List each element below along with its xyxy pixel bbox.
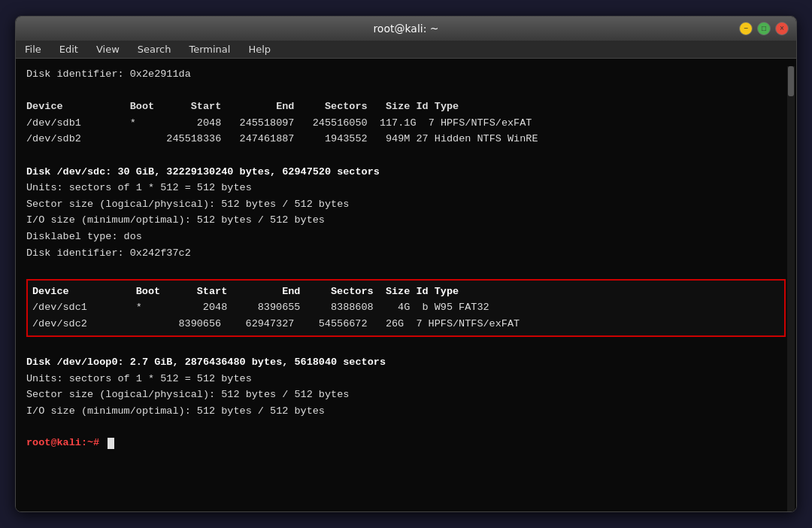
sector-sdc: Sector size (logical/physical): 512 byte… — [26, 196, 786, 213]
sdb1-row: /dev/sdb1 * 2048 245518097 245516050 117… — [26, 115, 786, 132]
blank-2 — [26, 147, 786, 164]
window-controls: − □ × — [739, 22, 789, 35]
menu-edit[interactable]: Edit — [56, 43, 81, 56]
title-bar: root@kali: ~ − □ × — [16, 17, 796, 41]
blank-1 — [26, 83, 786, 99]
maximize-button[interactable]: □ — [757, 22, 771, 35]
col-header-sdb: Device Boot Start End Sectors Size Id Ty… — [26, 99, 786, 115]
disk-sdc-header: Disk /dev/sdc: 30 GiB, 32229130240 bytes… — [26, 164, 786, 181]
col-header-sdc: Device Boot Start End Sectors Size Id Ty… — [32, 284, 780, 300]
sdb2-row: /dev/sdb2 245518336 247461887 1943552 94… — [26, 131, 786, 147]
sector-loop0: Sector size (logical/physical): 512 byte… — [26, 387, 786, 403]
close-button[interactable]: × — [775, 22, 789, 35]
terminal-window: root@kali: ~ − □ × File Edit View Search… — [15, 16, 797, 512]
scrollbar[interactable] — [787, 66, 795, 511]
scrollbar-thumb — [788, 66, 794, 96]
prompt-line[interactable]: root@kali:~# — [26, 435, 786, 449]
blank-5 — [26, 419, 786, 435]
label-sdc: Disklabel type: dos — [26, 229, 786, 245]
menu-help[interactable]: Help — [245, 43, 274, 56]
menu-view[interactable]: View — [93, 43, 123, 56]
units-loop0: Units: sectors of 1 * 512 = 512 bytes — [26, 371, 786, 387]
terminal-body[interactable]: Disk identifier: 0x2e2911da Device Boot … — [16, 59, 796, 511]
disk-loop0-header: Disk /dev/loop0: 2.7 GiB, 2876436480 byt… — [26, 354, 786, 371]
minimize-button[interactable]: − — [739, 22, 753, 35]
menu-search[interactable]: Search — [135, 43, 174, 56]
window-title: root@kali: ~ — [373, 23, 438, 35]
sdc-table-box: Device Boot Start End Sectors Size Id Ty… — [26, 279, 786, 337]
disk-identifier-sdb: Disk identifier: 0x2e2911da — [26, 66, 786, 83]
prompt-text: root@kali:~# — [26, 437, 99, 448]
units-sdc: Units: sectors of 1 * 512 = 512 bytes — [26, 180, 786, 196]
io-sdc: I/O size (minimum/optimal): 512 bytes / … — [26, 212, 786, 229]
menu-bar: File Edit View Search Terminal Help — [16, 41, 796, 59]
sdc1-row: /dev/sdc1 * 2048 8390655 8388608 4G b W9… — [32, 299, 780, 316]
blank-3 — [26, 261, 786, 278]
menu-terminal[interactable]: Terminal — [186, 43, 233, 56]
sdc2-row: /dev/sdc2 8390656 62947327 54556672 26G … — [32, 316, 780, 332]
io-loop0: I/O size (minimum/optimal): 512 bytes / … — [26, 403, 786, 420]
cursor — [108, 438, 114, 449]
diskid-sdc: Disk identifier: 0x242f37c2 — [26, 245, 786, 262]
menu-file[interactable]: File — [22, 43, 44, 56]
blank-4 — [26, 338, 786, 355]
